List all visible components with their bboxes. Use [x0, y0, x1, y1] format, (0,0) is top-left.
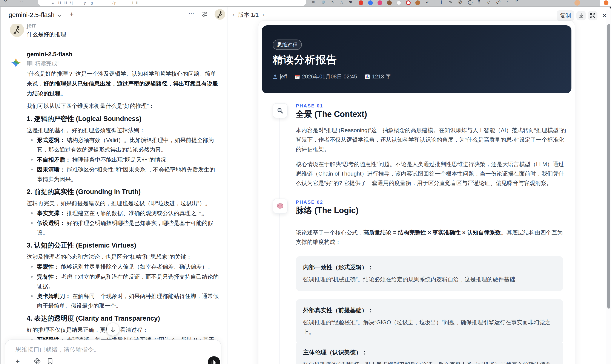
extension-light-icon[interactable]	[397, 0, 401, 5]
tab-groups-icon[interactable]: ⠿	[20, 0, 24, 3]
ring-icon[interactable]: ◯	[468, 0, 473, 5]
url-text: ≡ ll·l‖·/|·····y··g·········/p·······‖·‖…	[52, 1, 147, 5]
phase1-title: 全景 (The Context)	[296, 109, 367, 120]
chat-section-heading: 2. 前提的真实性 (Grounding in Truth)	[27, 187, 219, 196]
model-selector[interactable]: gemini-2.5-flash	[9, 11, 61, 18]
voice-input-button[interactable]	[208, 356, 220, 364]
phase-timeline	[279, 114, 280, 364]
assistant-intro-2: 我们可以从以下四个维度来衡量什么是“好的推理”：	[27, 101, 219, 111]
puzzle-icon[interactable]: ☍	[496, 0, 501, 5]
check-icon[interactable]: ✓	[426, 0, 429, 5]
sidebar-toggle-icon[interactable]	[604, 0, 608, 5]
browser-toolbar: ↻ ⠿ ≡ ll·l‖·/|·····y··g·········/p······…	[0, 0, 611, 7]
divider	[27, 358, 27, 364]
svg-text:17: 17	[296, 76, 299, 79]
fork-icon[interactable]: ψ	[322, 0, 325, 4]
bullet-item: 完备性： 考虑了对立的观点和潜在的反证，而不是只选择支持自己结论的证据。	[27, 272, 219, 291]
calendar-icon: 17	[295, 74, 300, 79]
phase1-paragraph: 本内容是对“推理 (Reasoning)”这一抽象概念的高层建模。在知识爆炸与人…	[296, 126, 566, 154]
bullet-item: 因果清晰： 能准确区分“相关性”和“因果关系”，不会轻率地将先后发生的事情归为因…	[27, 165, 219, 184]
clock-icon[interactable]: ◔	[506, 0, 508, 4]
chat-section: 2. 前提的真实性 (Grounding in Truth) 逻辑再完美，如果前…	[27, 187, 219, 237]
artifact-panel: ‹ 版本 1/1 › 复制 ✕ 思维过程	[227, 6, 611, 364]
new-chat-button[interactable]: +	[70, 10, 74, 18]
word-count: 1213 字	[372, 73, 391, 80]
phase1-label: PHASE 01	[296, 103, 323, 109]
chat-section-lead: 逻辑再完美，如果前提是错误的，推理也是垃圾（即“垃圾进，垃圾出”）。	[27, 198, 219, 208]
screen: ↻ ⠿ ≡ ll·l‖·/|·····y··g·········/p······…	[0, 0, 611, 364]
logic-card: 内部一致性（形式逻辑）： 强调推理的“机械正确”。结论必须在给定的规则系统内逻辑…	[296, 256, 563, 291]
extension-tan-icon[interactable]	[415, 0, 420, 5]
settings-sliders-icon[interactable]	[201, 11, 208, 18]
date: 2026年01月08日 02:45	[302, 73, 357, 80]
window-corner	[605, 6, 611, 10]
extension-square-icon[interactable]	[406, 0, 411, 5]
grid-icon[interactable]: ⠿	[477, 0, 480, 5]
composer[interactable]: 思维接口已就绪，请传输指令。 +	[5, 339, 221, 364]
shield-icon[interactable]: ▽	[487, 0, 490, 5]
dots-icon[interactable]: ⠋	[515, 0, 518, 5]
chat-section: 3. 认知的公正性 (Epistemic Virtues) 这涉及推理者的心态和…	[27, 241, 219, 311]
bullet-item: 事实支撑： 推理建立在可靠的数据、准确的观测或公认的真理之上。	[27, 208, 219, 218]
version-prev-button[interactable]: ‹	[233, 12, 234, 18]
assistant-name: gemini-2.5-flash	[27, 51, 219, 58]
person-icon	[273, 74, 278, 79]
user-message: 什么是好的推理	[27, 30, 219, 39]
chat-section-heading: 1. 逻辑的严密性 (Logical Soundness)	[27, 114, 219, 123]
chat-section-heading: 3. 认知的公正性 (Epistemic Virtues)	[27, 241, 219, 250]
more-options-button[interactable]: ⋯	[188, 10, 195, 17]
chat-header: gemini-2.5-flash + ⋯	[1, 6, 227, 24]
star-icon[interactable]: ☆	[340, 0, 344, 5]
bullet-item: 不自相矛盾： 推理链条中不能出现“既是又非”的情况。	[27, 155, 219, 164]
version-next-button[interactable]: ›	[263, 12, 264, 18]
skills-button[interactable]	[34, 358, 40, 364]
scrollbar[interactable]	[606, 6, 611, 364]
extension-blue-icon[interactable]	[368, 0, 373, 5]
report-meta: jeff 172026年01月08日 02:45 1213 字	[273, 73, 391, 80]
chat-section-lead: 这涉及推理者的心态和方法论，也是区分“杠精”和“思想家”的关键：	[27, 252, 219, 261]
report-badge: 思维过程	[273, 39, 302, 50]
assistant-status: 精读完成!	[27, 60, 219, 67]
pen-icon[interactable]: ✎	[449, 0, 452, 5]
report-card: 思维过程 精读分析报告 jeff 172026年01月08日 02:45 121…	[258, 21, 575, 364]
logic-card-body: 强调推理的“机械正确”。结论必须在给定的规则系统内逻辑自洽，这是推理的硬件基础。	[303, 275, 556, 284]
extension-pink-icon[interactable]	[378, 0, 382, 5]
phone-icon[interactable]: ✆	[458, 0, 462, 5]
attach-button[interactable]: +	[15, 358, 20, 364]
logic-card: 主体伦理（认识美德）： 转向推理者的心理特征。引入奥卡姆剃刀和反向论证，旨在克服…	[296, 341, 563, 364]
logic-card-title: 主体伦理（认识美德）：	[303, 348, 556, 357]
report-title: 精读分析报告	[273, 53, 337, 67]
reload-icon[interactable]: ↻	[3, 0, 7, 3]
phase1-icon	[273, 103, 288, 118]
app: gemini-2.5-flash + ⋯	[0, 6, 611, 364]
bookmark-icon[interactable]: ⌗	[312, 0, 315, 4]
cursor-icon[interactable]: ↖	[331, 0, 335, 5]
logic-card: 外部真实性（前提基础）： 强调推理的“经验校准”。解决“GIGO（垃圾进，垃圾出…	[296, 299, 563, 344]
author: jeff	[280, 74, 287, 80]
composer-placeholder: 思维接口已就绪，请传输指令。	[15, 346, 100, 354]
separator: |	[433, 0, 435, 4]
phase2-label: PHASE 02	[296, 199, 323, 205]
extension-red-icon[interactable]	[359, 0, 363, 5]
assistant-intro: “什么是好的推理？”这是一个涉及逻辑学、认知科学和哲学核心的问题。简单来说，好的…	[27, 69, 219, 98]
bookmark-button[interactable]	[47, 358, 53, 364]
scrollbar-thumb[interactable]	[607, 24, 610, 309]
crown-icon[interactable]: ѡ	[349, 0, 352, 4]
profile-avatar[interactable]	[574, 0, 580, 6]
bullet-item: 奥卡姆剃刀： 在解释同一个现象时，如果两种推理都能站得住脚，通常倾向于最简单、假…	[27, 291, 219, 311]
chat-section: 1. 逻辑的严密性 (Logical Soundness) 这是推理的基石。好的…	[27, 114, 219, 184]
logic-card-title: 内部一致性（形式逻辑）：	[303, 263, 556, 272]
plus-icon[interactable]: ✛	[439, 0, 443, 5]
copy-button[interactable]: 复制	[557, 10, 574, 21]
extension-brown-icon[interactable]	[387, 0, 392, 5]
version-label: 版本 1/1	[238, 11, 259, 19]
gemini-icon	[10, 57, 22, 68]
expand-button[interactable]	[588, 11, 598, 20]
chat-section-lead: 好的推理不仅仅是结果正确，更要 看清过程：	[27, 325, 219, 335]
book-icon	[27, 61, 33, 66]
bullet-item: 形式逻辑： 结构必须有效（Valid）。比如演绎推理中，如果前提全部为真，那么通…	[27, 135, 219, 155]
user-avatar-small[interactable]	[214, 9, 225, 20]
scroll-down-button[interactable]	[107, 323, 119, 336]
chat-messages: jeff 什么是好的推理 gemini-2.5-flash 精读完成! “什么是…	[27, 22, 219, 354]
download-button[interactable]	[576, 11, 586, 20]
